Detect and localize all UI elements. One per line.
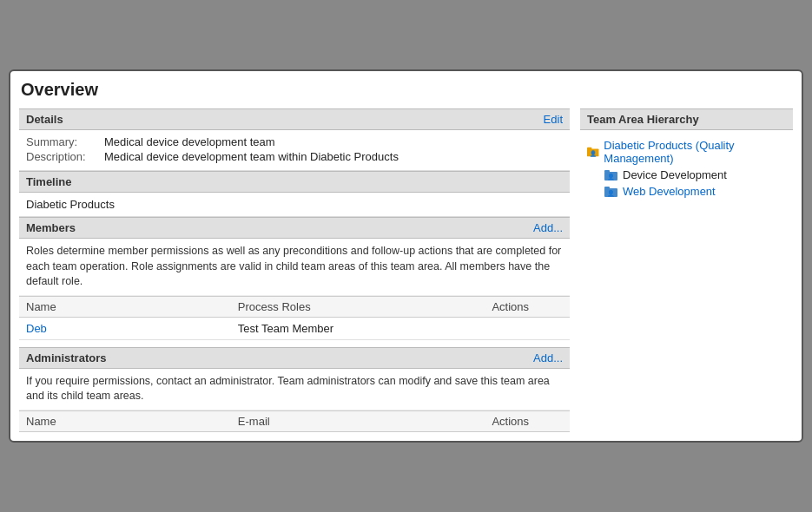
members-section-header: Members Add... bbox=[19, 217, 570, 239]
admins-col-name: Name bbox=[19, 410, 231, 431]
administrators-table: Name E-mail Actions bbox=[19, 410, 570, 432]
team-child-icon: 👤 bbox=[604, 186, 618, 198]
admins-table-header-row: Name E-mail Actions bbox=[19, 410, 570, 431]
members-col-name: Name bbox=[19, 296, 231, 317]
timeline-header-label: Timeline bbox=[26, 175, 72, 188]
timeline-body: Diabetic Products bbox=[19, 193, 570, 217]
member-name-link[interactable]: Deb bbox=[26, 322, 47, 335]
members-table: Name Process Roles Actions Deb Test Team… bbox=[19, 296, 570, 340]
svg-rect-4 bbox=[604, 170, 610, 173]
svg-text:👤: 👤 bbox=[607, 173, 615, 181]
right-panel: Team Area Hierarchy 👤 Diabetic Products … bbox=[580, 108, 793, 432]
list-item: 👤 Diabetic Products (Quality Management) bbox=[587, 139, 786, 165]
members-table-header-row: Name Process Roles Actions bbox=[19, 296, 570, 317]
svg-rect-7 bbox=[604, 187, 610, 189]
details-header-label: Details bbox=[26, 113, 63, 126]
left-panel: Details Edit Summary: Medical device dev… bbox=[19, 108, 570, 432]
administrators-section-header: Administrators Add... bbox=[19, 347, 570, 369]
administrators-header-label: Administrators bbox=[26, 351, 106, 364]
details-body: Summary: Medical device development team… bbox=[19, 130, 570, 171]
summary-value: Medical device development team bbox=[104, 135, 275, 148]
member-actions-cell bbox=[485, 317, 570, 339]
team-root-icon: 👤 bbox=[587, 146, 599, 158]
members-col-roles: Process Roles bbox=[231, 296, 485, 317]
members-col-actions: Actions bbox=[485, 296, 570, 317]
table-row: Deb Test Team Member bbox=[19, 317, 570, 339]
main-layout: Details Edit Summary: Medical device dev… bbox=[19, 108, 793, 432]
svg-text:👤: 👤 bbox=[607, 189, 615, 197]
hierarchy-list: 👤 Diabetic Products (Quality Management)… bbox=[580, 135, 793, 205]
member-name-cell: Deb bbox=[19, 317, 231, 339]
members-add-link[interactable]: Add... bbox=[533, 221, 563, 234]
admins-col-email: E-mail bbox=[231, 410, 485, 431]
summary-row: Summary: Medical device development team bbox=[26, 135, 563, 148]
team-child-icon: 👤 bbox=[604, 169, 618, 181]
description-value: Medical device development team within D… bbox=[104, 150, 399, 163]
details-section-header: Details Edit bbox=[19, 108, 570, 130]
svg-text:👤: 👤 bbox=[590, 150, 597, 157]
description-row: Description: Medical device development … bbox=[26, 150, 563, 163]
hierarchy-link-0[interactable]: Diabetic Products (Quality Management) bbox=[604, 139, 786, 165]
hierarchy-text-1: Device Development bbox=[623, 168, 727, 181]
member-roles-cell: Test Team Member bbox=[231, 317, 485, 339]
members-header-label: Members bbox=[26, 221, 76, 234]
timeline-value: Diabetic Products bbox=[26, 198, 115, 211]
hierarchy-link-2[interactable]: Web Development bbox=[623, 185, 716, 198]
list-item: 👤 Web Development bbox=[587, 185, 786, 198]
hierarchy-header: Team Area Hierarchy bbox=[580, 108, 793, 130]
edit-link[interactable]: Edit bbox=[544, 113, 563, 126]
description-label: Description: bbox=[26, 150, 104, 163]
admins-col-actions: Actions bbox=[485, 410, 570, 431]
administrators-description: If you require permissions, contact an a… bbox=[19, 369, 570, 410]
page-title: Overview bbox=[19, 80, 793, 100]
main-window: Overview Details Edit Summary: Medical d… bbox=[9, 69, 803, 443]
members-description: Roles determine member permissions as we… bbox=[19, 239, 570, 296]
list-item: 👤 Device Development bbox=[587, 168, 786, 181]
summary-label: Summary: bbox=[26, 135, 104, 148]
timeline-section-header: Timeline bbox=[19, 171, 570, 193]
administrators-add-link[interactable]: Add... bbox=[533, 351, 563, 364]
